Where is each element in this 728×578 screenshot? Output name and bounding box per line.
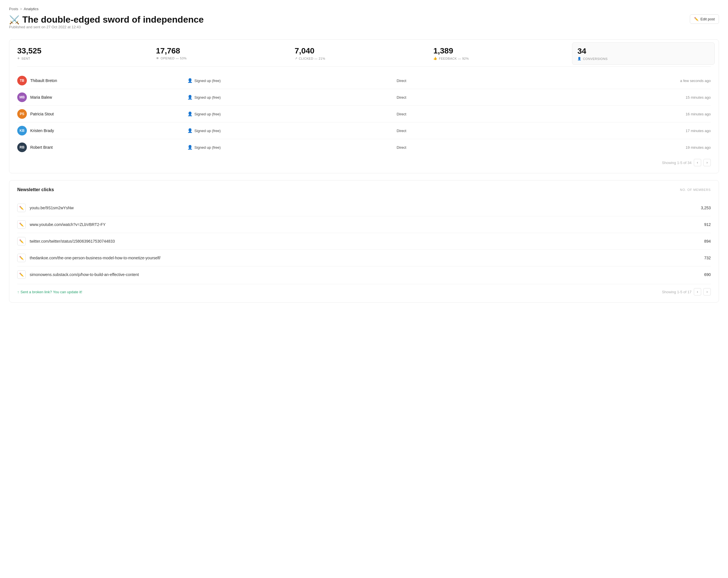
stat-sent-value: 33,525 [17, 46, 149, 55]
newsletter-clicks-card: Newsletter clicks NO. OF MEMBERS ✏️ yout… [9, 180, 719, 303]
conversion-time: 15 minutes ago [554, 95, 711, 100]
table-row: MB Maria Balew 👤 Signed up (free) Direct… [17, 89, 711, 106]
conversions-pagination: Showing 1-5 of 34 ‹ › [17, 155, 711, 166]
link-icon: ✏️ [17, 204, 26, 212]
breadcrumb-separator: > [20, 7, 22, 11]
link-url: thedankoe.com/the-one-person-business-mo… [30, 256, 700, 260]
stat-opened-label: 👁 OPENED — 53% [156, 56, 288, 60]
list-item: ✏️ thedankoe.com/the-one-person-business… [17, 250, 711, 267]
sent-icon: ✈ [17, 56, 20, 60]
stats-card: 33,525 ✈ SENT 17,768 👁 OPENED — 53% 7,04… [9, 39, 719, 173]
link-icon: ✏️ [17, 237, 26, 246]
conversion-source: Direct [397, 79, 554, 83]
opened-icon: 👁 [156, 56, 159, 60]
conversion-source: Direct [397, 95, 554, 100]
stat-opened-value: 17,768 [156, 46, 288, 55]
person-add-icon: 👤 [187, 111, 193, 117]
avatar: MB [17, 93, 27, 102]
avatar: TB [17, 76, 27, 85]
feedback-icon: 👍 [433, 56, 438, 60]
table-row: KB Kristen Brady 👤 Signed up (free) Dire… [17, 122, 711, 139]
members-label: NO. OF MEMBERS [680, 188, 711, 192]
stat-feedback: 1,389 👍 FEEDBACK — 92% [433, 46, 572, 61]
page-header: ⚔️ The double-edged sword of independenc… [9, 15, 719, 37]
link-url: www.youtube.com/watch?v=ZLbVBRT2-FY [30, 222, 700, 227]
stat-opened: 17,768 👁 OPENED — 53% [156, 46, 295, 61]
person-add-icon: 👤 [187, 128, 193, 133]
person-add-icon: 👤 [187, 78, 193, 83]
stat-clicked-label: ↗ CLICKED — 21% [295, 56, 427, 60]
conversion-type: 👤 Signed up (free) [187, 128, 397, 133]
conversions-icon: 👤 [577, 57, 581, 60]
list-item: ✏️ twitter.com/twitter/status/1580639617… [17, 233, 711, 250]
broken-link-notice[interactable]: ↑ Sent a broken link? You can update it! [17, 290, 82, 294]
table-row: RB Robert Brant 👤 Signed up (free) Direc… [17, 139, 711, 155]
arrow-up-icon: ↑ [17, 290, 19, 294]
user-name: Patricia Stout [30, 112, 187, 116]
breadcrumb-posts-link[interactable]: Posts [9, 7, 18, 11]
avatar: RB [17, 143, 27, 152]
conversions-pagination-text: Showing 1-5 of 34 [662, 160, 692, 165]
conversions-prev-button[interactable]: ‹ [694, 159, 701, 166]
list-item: ✏️ youtu.be/9S1sm2wYsNw 3,253 [17, 200, 711, 216]
stat-sent-label: ✈ SENT [17, 56, 149, 60]
stat-feedback-label: 👍 FEEDBACK — 92% [433, 56, 565, 60]
clicks-next-button[interactable]: › [703, 288, 711, 296]
person-add-icon: 👤 [187, 145, 193, 150]
table-row: TB Thibault Breton 👤 Signed up (free) Di… [17, 72, 711, 89]
link-count: 732 [704, 256, 711, 260]
page-subtitle: Published and sent on 27 Oct 2022 at 12:… [9, 25, 204, 29]
conversion-source: Direct [397, 112, 554, 116]
conversion-source: Direct [397, 145, 554, 150]
link-icon: ✏️ [17, 270, 26, 279]
link-icon: ✏️ [17, 254, 26, 262]
page-title: ⚔️ The double-edged sword of independenc… [9, 15, 204, 25]
conversions-next-button[interactable]: › [703, 159, 711, 166]
clicks-prev-button[interactable]: ‹ [694, 288, 701, 296]
edit-post-button[interactable]: ✏️ Edit post [690, 15, 719, 24]
conversion-time: 16 minutes ago [554, 112, 711, 116]
stats-row: 33,525 ✈ SENT 17,768 👁 OPENED — 53% 7,04… [17, 46, 711, 67]
sword-icon: ⚔️ [9, 15, 20, 25]
list-item: ✏️ simonowens.substack.com/p/how-to-buil… [17, 267, 711, 283]
breadcrumb-current: Analytics [24, 7, 38, 11]
avatar: KB [17, 126, 27, 135]
stat-clicked-value: 7,040 [295, 46, 427, 55]
list-item: ✏️ www.youtube.com/watch?v=ZLbVBRT2-FY 9… [17, 216, 711, 233]
link-url: twitter.com/twitter/status/1580639617530… [30, 239, 700, 244]
link-count: 3,253 [701, 206, 711, 210]
conversions-table: TB Thibault Breton 👤 Signed up (free) Di… [17, 72, 711, 155]
link-url: simonowens.substack.com/p/how-to-build-a… [30, 272, 700, 277]
stat-conversions: 34 👤 CONVERSIONS [572, 43, 715, 65]
clicks-pagination-text: Showing 1-5 of 17 [662, 290, 692, 294]
conversion-type: 👤 Signed up (free) [187, 145, 397, 150]
user-name: Maria Balew [30, 95, 187, 100]
stat-clicked: 7,040 ↗ CLICKED — 21% [295, 46, 434, 61]
stat-sent: 33,525 ✈ SENT [17, 46, 156, 61]
link-url: youtu.be/9S1sm2wYsNw [30, 206, 697, 210]
conversion-time: a few seconds ago [554, 79, 711, 83]
conversion-type: 👤 Signed up (free) [187, 95, 397, 100]
clicks-list: ✏️ youtu.be/9S1sm2wYsNw 3,253 ✏️ www.you… [17, 200, 711, 283]
conversion-type: 👤 Signed up (free) [187, 78, 397, 83]
user-name: Robert Brant [30, 145, 187, 150]
clicks-header: Newsletter clicks NO. OF MEMBERS [17, 187, 711, 195]
breadcrumb: Posts > Analytics [9, 7, 719, 11]
title-area: ⚔️ The double-edged sword of independenc… [9, 15, 204, 37]
stat-conversions-value: 34 [577, 47, 709, 56]
conversion-source: Direct [397, 129, 554, 133]
conversion-type: 👤 Signed up (free) [187, 111, 397, 117]
link-count: 912 [704, 222, 711, 227]
clicks-footer: ↑ Sent a broken link? You can update it!… [17, 284, 711, 296]
conversion-time: 17 minutes ago [554, 129, 711, 133]
link-icon: ✏️ [17, 220, 26, 229]
avatar: PS [17, 109, 27, 119]
clicked-icon: ↗ [295, 56, 297, 60]
user-name: Kristen Brady [30, 128, 187, 133]
link-count: 690 [704, 272, 711, 277]
user-name: Thibault Breton [30, 78, 187, 83]
edit-icon: ✏️ [694, 17, 699, 21]
clicks-pagination: Showing 1-5 of 17 ‹ › [662, 288, 711, 296]
table-row: PS Patricia Stout 👤 Signed up (free) Dir… [17, 106, 711, 122]
stat-feedback-value: 1,389 [433, 46, 565, 55]
